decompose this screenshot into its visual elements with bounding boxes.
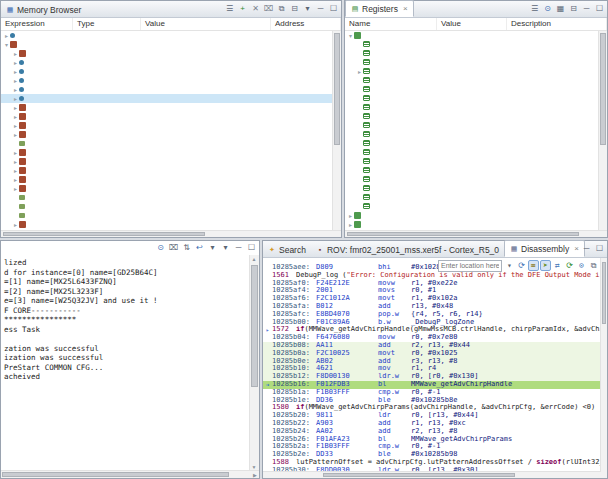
- disassembly-source-row[interactable]: 1588 lutPatternOffset = advChirpCfg.lutP…: [263, 459, 601, 467]
- expression-row[interactable]: ▸: [1, 103, 341, 112]
- maximize-icon[interactable]: ☐: [594, 3, 605, 14]
- register-row[interactable]: [345, 202, 607, 211]
- disassembly-instruction-row[interactable]: ➜10285b16:F012FDB3blMMWave_getAdvChirpHa…: [263, 381, 601, 389]
- expander-icon[interactable]: ▸: [347, 221, 354, 229]
- expander-icon[interactable]: ▸: [12, 131, 19, 139]
- expander-icon[interactable]: ▸: [3, 32, 10, 40]
- expander-icon[interactable]: ▸: [12, 59, 19, 67]
- column-header-value[interactable]: Value: [141, 18, 271, 30]
- disassembly-instruction-row[interactable]: 10285af4:2001movsr0, #1: [263, 287, 601, 295]
- expander-icon[interactable]: ▸: [12, 167, 19, 175]
- expression-row[interactable]: ▸: [1, 220, 341, 229]
- console-hscrollbar[interactable]: ▶: [1, 470, 259, 478]
- register-row[interactable]: ▸: [345, 220, 607, 229]
- console-output[interactable]: lizedd for instance=[0] name=[GD25B64C]=…: [1, 255, 250, 471]
- disassembly-instruction-row[interactable]: 10285afc:E8BD4070pop.w{r4, r5, r6, r14}: [263, 311, 601, 319]
- collapse-all-icon[interactable]: ⊟: [568, 3, 579, 14]
- register-row[interactable]: [345, 130, 607, 139]
- scroll-lock-icon[interactable]: ⇅: [181, 242, 192, 253]
- registers-vscrollbar[interactable]: [598, 31, 607, 230]
- column-header-name[interactable]: Name: [345, 18, 437, 30]
- register-row[interactable]: [345, 175, 607, 184]
- disassembly-instruction-row[interactable]: 10285b22:A903addr1, r13, #0xc: [263, 420, 601, 428]
- minimize-icon[interactable]: ─: [581, 3, 592, 14]
- disassembly-instruction-row[interactable]: 10285b1a:F1B03FFFcmp.wr0, #-1: [263, 389, 601, 397]
- expressions-hscrollbar[interactable]: [1, 230, 341, 237]
- expression-row[interactable]: ▸: [1, 175, 341, 184]
- register-row[interactable]: [345, 58, 607, 67]
- word-wrap-icon[interactable]: ↩: [194, 242, 205, 253]
- display-selected-console-dropdown[interactable]: ▾: [207, 242, 218, 253]
- registers-hscrollbar[interactable]: [345, 230, 607, 237]
- sync-pc-toggle[interactable]: ➤: [540, 260, 551, 271]
- open-console-dropdown[interactable]: ▾: [220, 242, 231, 253]
- disassembly-instruction-row[interactable]: 10285b10:4621movr1, r4: [263, 365, 601, 373]
- new-view-icon[interactable]: ⧉: [588, 260, 599, 271]
- disassembly-instruction-row[interactable]: 10285b24:AA02addr2, r13, #8: [263, 428, 601, 436]
- expression-row[interactable]: ▸: [1, 166, 341, 175]
- remove-expression-icon[interactable]: ✕: [250, 3, 261, 14]
- expander-icon[interactable]: ▸: [12, 104, 19, 112]
- register-row[interactable]: [345, 139, 607, 148]
- disassembly-source-row[interactable]: 1580 if(MMWave_getAdvChirpParams(advChir…: [263, 404, 601, 412]
- disassembly-instruction-row[interactable]: 10285b2e:DD33ble#0x10285b98: [263, 451, 601, 459]
- disassembly-instruction-row[interactable]: 10285b26:F01AFA23blMMWave_getAdvChirpPar…: [263, 436, 601, 444]
- register-row[interactable]: [345, 148, 607, 157]
- layout-icon[interactable]: ▦: [555, 3, 566, 14]
- expander-icon[interactable]: ▸: [356, 68, 363, 76]
- refresh-icon[interactable]: ⟳: [564, 260, 575, 271]
- disassembly-instruction-row[interactable]: 10285b04:F6476080movwr0, #0x7e80: [263, 334, 601, 342]
- disassembly-instruction-row[interactable]: 10285b0e:AB02addr3, r13, #8: [263, 358, 601, 366]
- show-type-names-icon[interactable]: ☰: [529, 3, 540, 14]
- expander-icon[interactable]: ▸: [12, 149, 19, 157]
- column-header-type[interactable]: Type: [73, 18, 141, 30]
- expander-icon[interactable]: ▸: [12, 77, 19, 85]
- expander-icon[interactable]: ▸: [12, 158, 19, 166]
- navigate-icon[interactable]: ⇄: [552, 260, 563, 271]
- register-row[interactable]: [345, 121, 607, 130]
- register-row[interactable]: [345, 94, 607, 103]
- disassembly-instruction-row[interactable]: 10285af6:F2C1012Amovtr1, #0x102a: [263, 295, 601, 303]
- expander-icon[interactable]: ▸: [12, 50, 19, 58]
- expander-icon[interactable]: ▾: [3, 41, 10, 49]
- column-header-value[interactable]: Value: [437, 18, 507, 30]
- pin-view-icon[interactable]: ⊙: [542, 3, 553, 14]
- tab-rov-fmr02-25001-mss-xer5f-cortex-r5-0[interactable]: ▪ROV: fmr02_25001_mss.xer5f - Cortex_R5_…: [311, 242, 504, 257]
- register-row[interactable]: [345, 184, 607, 193]
- tab-memory-browser[interactable]: ▦Memory Browser: [1, 2, 86, 17]
- pin-console-icon[interactable]: ⊙: [155, 242, 166, 253]
- expression-row[interactable]: ▸: [1, 121, 341, 130]
- expander-icon[interactable]: ▸: [12, 86, 19, 94]
- column-header-description[interactable]: Description: [507, 18, 607, 30]
- tab-registers[interactable]: ▤Registers×: [345, 0, 414, 17]
- close-tab-icon[interactable]: ×: [574, 244, 579, 253]
- console-vscrollbar[interactable]: ▲ ▼: [249, 255, 259, 471]
- expression-row[interactable]: ▸: [1, 58, 341, 67]
- tab-disassembly[interactable]: ▦Disassembly×: [504, 240, 585, 257]
- collapse-all-icon[interactable]: ⊟: [289, 3, 300, 14]
- disassembly-instruction-row[interactable]: 10285b20:9811ldrr0, [r13, #0x44]: [263, 412, 601, 420]
- register-row[interactable]: [345, 193, 607, 202]
- disassembly-instruction-row[interactable]: 10285b12:F8D00130ldr.wr0, [r0, #0x130]: [263, 373, 601, 381]
- expander-icon[interactable]: ▸: [12, 221, 19, 229]
- refresh-view-icon[interactable]: ⟳: [516, 260, 527, 271]
- disassembly-vscrollbar[interactable]: [600, 258, 607, 478]
- expression-row[interactable]: ▸: [1, 67, 341, 76]
- expander-icon[interactable]: ▸: [12, 113, 19, 121]
- show-type-names-icon[interactable]: ☰: [224, 3, 235, 14]
- expression-row[interactable]: ▸: [1, 130, 341, 139]
- clear-console-icon[interactable]: ⌧: [168, 242, 179, 253]
- view-menu-icon[interactable]: ▾: [302, 3, 313, 14]
- disassembly-hscrollbar[interactable]: [263, 471, 601, 478]
- enter-location-input[interactable]: [438, 260, 502, 272]
- expander-icon[interactable]: ▸: [12, 122, 19, 130]
- expander-icon[interactable]: ▾: [347, 32, 354, 40]
- register-row[interactable]: [345, 157, 607, 166]
- disassembly-instruction-row[interactable]: 10285b0a:F2C10025movtr0, #0x1025: [263, 350, 601, 358]
- column-header-address[interactable]: Address: [271, 18, 341, 30]
- expression-row[interactable]: ▸: [1, 85, 341, 94]
- expression-row[interactable]: ▸: [1, 76, 341, 85]
- pin-view-icon[interactable]: ⊙: [576, 260, 587, 271]
- expression-row[interactable]: [1, 139, 341, 148]
- disassembly-instruction-row[interactable]: 10285afa:B012addr13, #0x48: [263, 303, 601, 311]
